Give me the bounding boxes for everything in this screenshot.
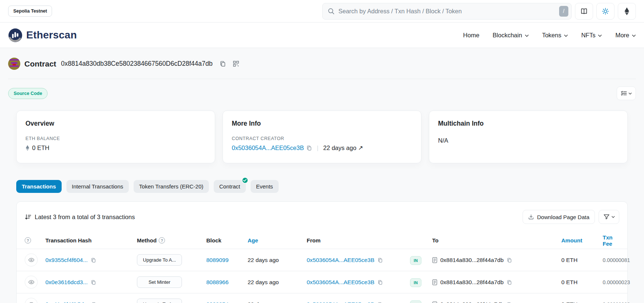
method-badge[interactable]: Upgrade To A... — [137, 299, 182, 303]
network-switcher-button[interactable] — [618, 3, 636, 20]
row-info-question-icon[interactable]: ? — [25, 237, 31, 244]
block-link[interactable]: 8089099 — [206, 257, 248, 263]
nav-item-blockchain[interactable]: Blockchain — [493, 32, 529, 39]
copy-creator-address-icon[interactable] — [306, 145, 312, 151]
column-from: From — [307, 237, 410, 244]
contract-creator-label: CONTRACT CREATOR — [232, 136, 412, 141]
to-address: 0x8814a830...28f44a7db — [440, 257, 504, 263]
theme-toggle-button[interactable] — [596, 3, 614, 20]
etherscan-logo[interactable]: Etherscan — [8, 28, 77, 42]
nav-item-home[interactable]: Home — [463, 32, 479, 39]
card-title: More Info — [232, 120, 412, 127]
filter-button[interactable] — [599, 210, 619, 224]
source-code-badge[interactable]: Source Code — [8, 88, 48, 99]
download-button-label: Download Page Data — [537, 214, 589, 220]
column-amount-toggle[interactable]: Amount — [561, 237, 603, 244]
tab-contract[interactable]: Contract — [214, 180, 246, 193]
preview-txn-button[interactable] — [25, 276, 38, 289]
chevron-down-icon — [612, 216, 615, 218]
copy-from-address-icon[interactable] — [378, 302, 383, 303]
creator-address-link[interactable]: 0x5036054A...AEE05ce3B — [232, 144, 304, 152]
ethereum-icon — [624, 7, 630, 16]
funnel-icon — [603, 214, 610, 220]
qr-code-icon[interactable] — [233, 61, 239, 67]
docs-button[interactable] — [575, 3, 593, 20]
creation-txn-link[interactable]: 22 days ago ↗ — [323, 144, 363, 152]
tab-bar: Transactions Internal Transactions Token… — [8, 163, 636, 193]
copy-txn-hash-icon[interactable] — [92, 302, 97, 303]
card-options-button[interactable] — [617, 86, 636, 100]
copy-from-address-icon[interactable] — [378, 258, 383, 263]
age-value: 22 days ago — [248, 279, 307, 286]
search-input[interactable] — [338, 8, 559, 15]
table-row: 0x9355cf4f604... Upgrade To A... 8089099… — [17, 249, 627, 271]
transactions-panel: Latest 3 from a total of 3 transactions … — [16, 201, 628, 303]
method-question-icon[interactable]: ? — [159, 237, 165, 244]
overview-card: Overview ETH BALANCE 0 ETH — [16, 110, 215, 163]
download-icon — [528, 214, 534, 220]
from-address-link[interactable]: 0x5036054A...AEE05ce3B — [307, 257, 375, 263]
transactions-summary-text: Latest 3 from a total of 3 transactions — [35, 214, 135, 221]
chevron-down-icon — [628, 92, 632, 95]
copy-to-address-icon[interactable] — [507, 302, 512, 303]
column-txn-fee-toggle[interactable]: Txn Fee — [603, 234, 619, 247]
tab-transactions[interactable]: Transactions — [16, 180, 62, 193]
external-link-arrow-icon: ↗ — [358, 144, 363, 151]
tab-events[interactable]: Events — [251, 180, 279, 193]
copy-address-icon[interactable] — [220, 61, 226, 67]
nav-item-more[interactable]: More — [615, 32, 636, 39]
txn-hash-link[interactable]: 0xc11c6f40b5d... — [45, 301, 89, 303]
eth-balance-label: ETH BALANCE — [25, 136, 206, 141]
column-method: Method ? — [137, 237, 206, 244]
table-row: 0xc11c6f40b5d... Upgrade To A... 8088954… — [17, 293, 627, 303]
card-title: Multichain Info — [438, 120, 619, 127]
txn-fee-value: 0.00000023 — [603, 279, 630, 285]
copy-to-address-icon[interactable] — [507, 280, 512, 285]
column-age-toggle[interactable]: Age — [248, 237, 307, 244]
txn-hash-link[interactable]: 0x0e3616dcd3... — [45, 279, 88, 286]
download-page-data-button[interactable]: Download Page Data — [523, 210, 595, 224]
amount-value: 0 ETH — [561, 301, 603, 303]
preview-txn-button[interactable] — [25, 253, 38, 266]
search-icon — [328, 8, 335, 15]
method-badge[interactable]: Set Minter — [137, 276, 182, 288]
nav-item-nfts[interactable]: NFTs — [581, 32, 602, 39]
tab-token-transfers[interactable]: Token Transfers (ERC-20) — [134, 180, 209, 193]
etherscan-logo-icon — [8, 28, 23, 42]
nav-item-tokens[interactable]: Tokens — [542, 32, 568, 39]
to-address: 0x8814a830...28f44a7db — [440, 279, 504, 286]
block-link[interactable]: 8088966 — [206, 279, 248, 286]
chevron-down-icon — [564, 34, 568, 37]
nav-label: NFTs — [581, 32, 596, 39]
chevron-down-icon — [598, 34, 602, 37]
txn-hash-link[interactable]: 0x9355cf4f604... — [45, 257, 88, 263]
contract-doc-icon — [432, 279, 437, 285]
main-nav-bar: Etherscan Home Blockchain Tokens NFTs Mo… — [0, 23, 644, 48]
method-badge[interactable]: Upgrade To A... — [137, 254, 182, 266]
copy-to-address-icon[interactable] — [507, 258, 512, 263]
amount-value: 0 ETH — [561, 279, 603, 286]
address-header-section: Contract 0x8814a830db38Ce5802384667560D6… — [0, 48, 644, 303]
eth-balance-value: 0 ETH — [32, 144, 49, 152]
nav-label: More — [615, 32, 629, 39]
nav-label: Home — [463, 32, 479, 39]
direction-badge: IN — [410, 278, 421, 287]
from-address-link[interactable]: 0x5036054A...AEE05ce3B — [307, 301, 375, 303]
nav-label: Tokens — [542, 32, 561, 39]
amount-value: 0 ETH — [561, 257, 603, 263]
network-badge[interactable]: Sepolia Testnet — [8, 6, 52, 17]
preview-txn-button[interactable] — [25, 298, 38, 303]
from-address-link[interactable]: 0x5036054A...AEE05ce3B — [307, 279, 375, 286]
copy-txn-hash-icon[interactable] — [91, 258, 96, 263]
column-to: To — [432, 237, 561, 244]
address-blockie-avatar — [8, 58, 20, 70]
copy-from-address-icon[interactable] — [378, 280, 383, 285]
copy-txn-hash-icon[interactable] — [91, 280, 96, 285]
block-link[interactable]: 8088954 — [206, 301, 248, 303]
transactions-panel-header: Latest 3 from a total of 3 transactions … — [17, 202, 627, 232]
sun-icon — [602, 7, 609, 15]
tab-internal-transactions[interactable]: Internal Transactions — [66, 180, 129, 193]
age-value: 22 days ago — [248, 301, 307, 303]
search-bar[interactable]: / — [322, 3, 572, 20]
table-header-row: ? Transaction Hash Method ? Block Age Fr… — [17, 232, 627, 249]
